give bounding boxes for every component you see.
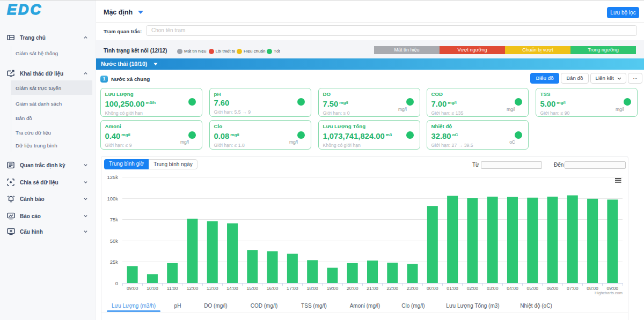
svg-text:11:00: 11:00 [167,286,178,291]
svg-text:03:00: 03:00 [487,286,499,291]
svg-text:20:00: 20:00 [347,286,358,291]
svg-text:05:00: 05:00 [526,286,538,291]
svg-text:22:00: 22:00 [387,286,399,291]
svg-text:100k: 100k [107,196,118,202]
svg-text:18:00: 18:00 [306,286,318,291]
svg-text:02:00: 02:00 [467,286,479,291]
svg-text:06:00: 06:00 [547,286,559,291]
svg-text:25k: 25k [110,259,119,265]
svg-text:21:00: 21:00 [367,286,378,291]
svg-text:16:00: 16:00 [267,286,279,291]
svg-text:04:00: 04:00 [507,286,518,291]
svg-text:19:00: 19:00 [327,286,339,291]
svg-text:Highcharts.com: Highcharts.com [595,291,623,295]
svg-text:01:00: 01:00 [447,286,458,291]
svg-text:50k: 50k [110,238,119,244]
svg-text:125k: 125k [107,174,118,180]
svg-text:09:00: 09:00 [127,286,138,291]
svg-text:23:00: 23:00 [407,286,419,291]
svg-text:13:00: 13:00 [207,286,218,291]
svg-text:0: 0 [115,280,118,286]
svg-text:00:00: 00:00 [427,286,438,291]
svg-text:75k: 75k [110,217,119,222]
svg-text:17:00: 17:00 [287,286,298,291]
svg-text:10:00: 10:00 [147,286,158,291]
svg-text:15:00: 15:00 [247,286,259,291]
svg-text:12:00: 12:00 [187,286,199,291]
svg-text:07:00: 07:00 [567,286,579,291]
svg-text:14:00: 14:00 [226,286,238,291]
